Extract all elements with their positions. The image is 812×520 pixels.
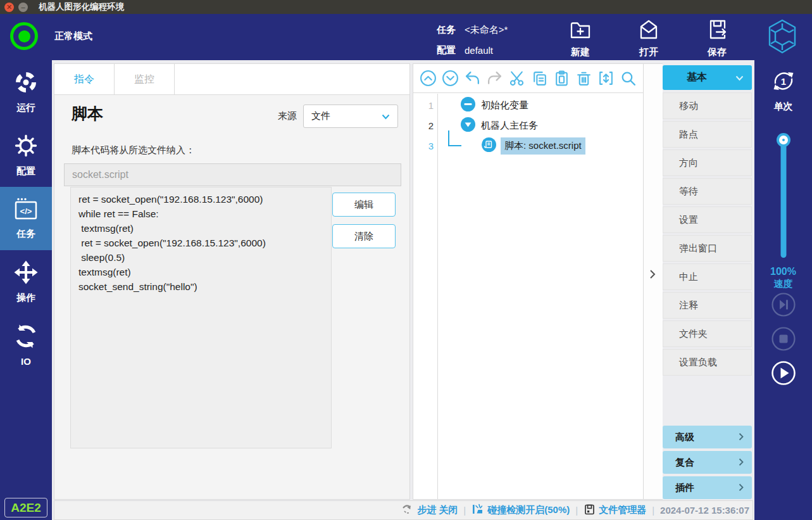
code-line: sleep(0.5) — [78, 250, 323, 265]
script-file-value: socket.script — [72, 169, 128, 181]
code-line: textmsg(ret) — [78, 221, 323, 236]
chevron-right-icon — [739, 483, 744, 493]
sidebar-item-io[interactable]: IO — [0, 314, 52, 377]
speed-slider-knob[interactable] — [779, 136, 788, 144]
source-row: 来源 文件 — [278, 105, 398, 128]
code-line: ret = socket_open("192.168.15.123",6000) — [78, 192, 323, 206]
instruction-tabbar: 指令 监控 — [54, 64, 409, 95]
command-move[interactable]: 移动 — [663, 92, 752, 119]
script-node-icon[interactable] — [482, 137, 496, 155]
category-basic-button[interactable]: 基本 — [663, 65, 752, 90]
step-icon — [401, 503, 414, 517]
command-direction[interactable]: 方向 — [663, 149, 752, 176]
save-task-button[interactable]: 保存 — [692, 18, 742, 58]
panel-expander[interactable] — [644, 63, 663, 500]
code-line: while ret == False: — [78, 206, 323, 221]
sidebar-item-io-label: IO — [21, 356, 31, 367]
collision-detection-label: 碰撞检测开启(50%) — [487, 504, 570, 516]
robot-model-badge[interactable]: A2E2 — [4, 498, 47, 517]
window-minimize-button[interactable]: – — [18, 3, 28, 12]
row-number: 3 — [413, 141, 434, 151]
row-number: 2 — [413, 120, 434, 131]
copy-icon[interactable] — [531, 70, 548, 87]
tree-row-label: 脚本: socket.script — [501, 137, 585, 155]
sidebar-item-config[interactable]: 配置 — [0, 124, 52, 187]
paste-icon[interactable] — [553, 70, 570, 87]
sidebar-item-run-label: 运行 — [16, 102, 35, 114]
tree-row-init-vars[interactable]: 1 初始化变量 — [413, 95, 643, 115]
save-file-icon — [706, 18, 728, 44]
insert-icon[interactable] — [597, 70, 615, 87]
stop-button[interactable] — [771, 326, 796, 352]
sidebar-item-operate-label: 操作 — [16, 292, 35, 304]
search-icon[interactable] — [620, 70, 637, 87]
group-plugin-button[interactable]: 插件 — [663, 476, 752, 499]
collapsed-node-icon[interactable] — [461, 97, 475, 114]
file-manager-icon — [584, 504, 596, 517]
expanded-node-icon[interactable] — [461, 117, 475, 134]
collision-icon — [472, 503, 484, 517]
command-abort[interactable]: 中止 — [663, 263, 752, 290]
source-select[interactable]: 文件 — [303, 105, 398, 128]
step-forward-button[interactable] — [771, 292, 796, 317]
sidebar-item-run[interactable]: 运行 — [0, 60, 52, 124]
mode-status: 正常模式 — [10, 22, 92, 50]
command-set-payload[interactable]: 设置负载 — [663, 349, 752, 376]
command-popup[interactable]: 弹出窗口 — [663, 235, 752, 262]
command-waypoint[interactable]: 路点 — [663, 121, 752, 148]
cycle-count: 1 — [780, 76, 785, 87]
command-set[interactable]: 设置 — [663, 206, 752, 233]
speed-value: 100% — [754, 266, 812, 277]
edit-button[interactable]: 编辑 — [332, 193, 396, 217]
file-manager-button[interactable]: 文件管理器 — [584, 504, 646, 517]
window-titlebar: ✕ – 机器人图形化编程环境 — [0, 0, 812, 14]
undo-icon[interactable] — [464, 70, 481, 87]
command-comment[interactable]: 注释 — [663, 292, 752, 319]
redo-icon[interactable] — [486, 70, 503, 87]
tree-row-script[interactable]: 3 脚本: socket.script — [413, 136, 643, 156]
tree-row-label: 初始化变量 — [481, 99, 528, 111]
clear-button[interactable]: 清除 — [332, 224, 396, 248]
tab-monitor[interactable]: 监控 — [115, 64, 175, 94]
move-up-icon[interactable] — [420, 70, 437, 87]
tree-row-label: 机器人主任务 — [481, 120, 538, 132]
sidebar-item-operate[interactable]: 操作 — [0, 250, 52, 314]
tab-instruction[interactable]: 指令 — [54, 64, 115, 94]
chevron-right-icon — [739, 457, 744, 468]
group-composite-button[interactable]: 复合 — [663, 451, 752, 474]
group-advanced-button[interactable]: 高级 — [663, 426, 752, 448]
play-button[interactable] — [771, 360, 796, 386]
cycle-mode-label: 单次 — [774, 101, 793, 113]
status-divider: | — [575, 505, 578, 516]
cut-icon[interactable] — [508, 70, 525, 87]
new-task-button[interactable]: 新建 — [556, 18, 605, 58]
chevron-right-icon — [739, 432, 744, 443]
save-task-label: 保存 — [708, 46, 727, 58]
code-line: textmsg(ret) — [78, 265, 323, 279]
app-window: ✕ – 机器人图形化编程环境 正常模式 任务 <未命名>* 配置 default — [0, 0, 812, 520]
sidebar-item-config-label: 配置 — [16, 165, 35, 177]
window-title: 机器人图形化编程环境 — [39, 1, 124, 13]
script-description: 脚本代码将从所选文件纳入： — [72, 144, 195, 156]
window-close-button[interactable]: ✕ — [4, 3, 14, 12]
open-task-button[interactable]: 打开 — [624, 18, 673, 58]
mode-indicator-icon — [10, 22, 38, 50]
step-mode-status[interactable]: 步进 关闭 — [401, 503, 458, 517]
collision-detection-status[interactable]: 碰撞检测开启(50%) — [472, 503, 570, 517]
task-icon: </> — [13, 197, 39, 224]
chevron-down-icon — [735, 72, 744, 84]
script-code-preview[interactable]: ret = socket_open("192.168.15.123",6000)… — [70, 187, 332, 448]
group-advanced-label: 高级 — [675, 431, 694, 443]
speed-slider-track[interactable] — [780, 137, 786, 258]
delete-icon[interactable] — [575, 70, 592, 87]
command-wait[interactable]: 等待 — [663, 178, 752, 205]
chevron-down-icon — [382, 111, 390, 122]
script-file-field[interactable]: socket.script — [64, 163, 401, 186]
operate-icon — [13, 260, 39, 288]
command-folder[interactable]: 文件夹 — [663, 320, 752, 347]
code-line: ret = socket_open("192.168.15.123",6000) — [78, 236, 323, 250]
sidebar-item-task[interactable]: </> 任务 — [0, 187, 52, 250]
header-actions: 新建 打开 保存 — [556, 18, 742, 58]
move-down-icon[interactable] — [442, 70, 459, 87]
cycle-mode[interactable]: 1 单次 — [754, 67, 812, 113]
